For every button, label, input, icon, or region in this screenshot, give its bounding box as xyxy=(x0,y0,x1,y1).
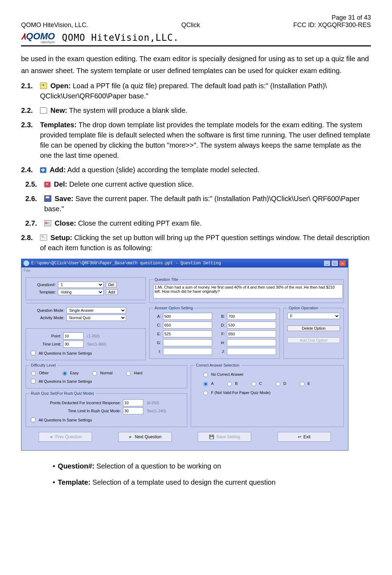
ans-input-E[interactable] xyxy=(163,330,212,337)
difficulty-radio-easy[interactable] xyxy=(63,371,67,376)
ans-input-G[interactable] xyxy=(163,339,212,346)
ans-label-F: F: xyxy=(214,332,225,336)
correct-answer-option-E[interactable]: E xyxy=(298,381,310,386)
ans-input-A[interactable] xyxy=(163,313,212,320)
rush-time-label: Time Limit In Rush Quiz Mode: xyxy=(30,409,121,413)
correct-answer-f-radio[interactable] xyxy=(203,391,208,395)
item-text: Clicking the set up button will bring up… xyxy=(40,234,370,252)
list-item-24: 2.4. Add: Add a question (slide) accordi… xyxy=(21,165,371,175)
ans-input-B[interactable] xyxy=(227,313,276,320)
rush-time-input[interactable] xyxy=(123,407,143,414)
correct-answer-radio-C[interactable] xyxy=(251,382,256,386)
new-icon xyxy=(40,107,47,114)
difficulty-option-normal[interactable]: Normal xyxy=(91,370,112,376)
difficulty-radio-normal[interactable] xyxy=(92,371,97,376)
ans-label-A: A: xyxy=(153,314,161,318)
sub-bullet-list: • Question#: Selection of a question to … xyxy=(53,460,371,488)
question-mode-select[interactable]: Single Answer xyxy=(66,307,126,314)
same-settings-label-3: All Questions In Same Settings xyxy=(39,418,92,422)
item-label: Templates: xyxy=(40,121,77,129)
del-question-button[interactable]: Del xyxy=(106,282,117,288)
ans-label-H: H: xyxy=(214,341,225,345)
ans-input-H[interactable] xyxy=(227,339,276,346)
option-operation-legend: Option Operation xyxy=(287,306,320,310)
rush-points-input[interactable] xyxy=(123,399,143,406)
del-icon xyxy=(44,182,51,187)
activity-mode-select[interactable]: Normal Quiz xyxy=(66,315,126,321)
brand-subtitle: QOMO HiteVision,LLC. xyxy=(62,32,179,43)
item-number: 2.2. xyxy=(21,105,40,116)
correct-answer-radio-D[interactable] xyxy=(276,382,280,386)
timelimit-hint: Sec(1-900) xyxy=(86,342,106,346)
item-label: Del: xyxy=(54,180,67,188)
save-setting-button: 💾Save Setting xyxy=(198,432,251,442)
ans-input-C[interactable] xyxy=(163,322,212,329)
add-question-button[interactable]: Add xyxy=(106,289,118,295)
item-text: Close the current editing PPT exam file. xyxy=(76,219,202,227)
ans-input-D[interactable] xyxy=(227,322,276,329)
close-icon xyxy=(44,220,51,226)
point-input[interactable] xyxy=(63,332,84,340)
ans-input-I[interactable] xyxy=(163,348,212,355)
window-minimize-button[interactable]: _ xyxy=(324,260,331,266)
app-icon xyxy=(24,260,29,266)
correct-answer-option-B[interactable]: B xyxy=(226,381,237,386)
question-title-textarea[interactable]: 1.Mr. Chan had a sum of money. He first … xyxy=(153,284,343,298)
item-text: Save the current paper. The default path… xyxy=(44,195,360,213)
item-text: Load a PPT file (a quiz file) prepared. … xyxy=(40,82,327,100)
ans-input-J[interactable] xyxy=(227,348,276,355)
difficulty-option-easy[interactable]: Easy xyxy=(61,370,79,376)
menu-file[interactable]: File xyxy=(21,267,348,274)
exit-button[interactable]: ↩Exit xyxy=(277,432,331,442)
same-settings-checkbox-3[interactable] xyxy=(31,418,35,422)
same-settings-label-2: All Questions In Same Settings xyxy=(39,379,92,383)
question-setting-window: E:\qomo\QClick\User\QRF300\Paper_Base\ma… xyxy=(21,259,348,451)
correct-answer-option-D[interactable]: D xyxy=(274,381,286,386)
question-title-legend: Question Title xyxy=(153,277,179,282)
rush-quiz-legend: Rush Quiz Set(For Rush Quiz Mode) xyxy=(30,391,96,395)
difficulty-option-hard[interactable]: Hard xyxy=(124,370,142,376)
hdr-left: QOMO HiteVision, LLC. xyxy=(21,21,88,29)
page-number: Page 31 of 43 xyxy=(21,14,371,21)
item-label: Open: xyxy=(51,82,71,90)
correct-answer-option-A[interactable]: A xyxy=(202,381,214,386)
item-label: Save: xyxy=(55,195,73,202)
point-label: Point: xyxy=(30,334,61,338)
rush-quiz-group: Rush Quiz Set(For Rush Quiz Mode) Points… xyxy=(26,391,187,427)
correct-answer-legend: Correct Answer Selection xyxy=(195,363,241,367)
delete-option-button[interactable]: Delete Option xyxy=(287,325,340,331)
option-operation-select[interactable]: F xyxy=(287,313,340,319)
no-correct-answer-radio[interactable] xyxy=(203,373,208,377)
correct-answer-radio-B[interactable] xyxy=(227,382,232,386)
window-titlebar: E:\qomo\QClick\User\QRF300\Paper_Base\ma… xyxy=(21,259,348,267)
window-title: E:\qomo\QClick\User\QRF300\Paper_Base\ma… xyxy=(31,261,221,266)
list-item-28: 2.8. Setup: Clicking the set up button w… xyxy=(21,233,371,253)
item-text: The system will produce a blank slide. xyxy=(67,106,187,114)
correct-answer-f-label: F (Not Valid For Paper Quiz Mode) xyxy=(211,390,270,395)
same-settings-checkbox-1[interactable] xyxy=(31,351,35,355)
same-settings-checkbox-2[interactable] xyxy=(31,379,35,383)
correct-answer-option-C[interactable]: C xyxy=(250,381,262,386)
next-question-button[interactable]: ►Next Question xyxy=(118,432,172,442)
difficulty-option-other[interactable]: Other xyxy=(30,370,49,376)
mode-group: Question Mode: Single Answer Activity Mo… xyxy=(26,303,146,325)
save-icon: 💾 xyxy=(209,434,214,439)
no-correct-answer-label: No Correct Answer xyxy=(211,372,243,376)
ans-label-I: I: xyxy=(153,349,161,354)
timelimit-input[interactable] xyxy=(63,341,84,348)
ans-input-F[interactable] xyxy=(227,330,276,337)
template-select[interactable]: Voting xyxy=(58,289,104,295)
difficulty-radio-hard[interactable] xyxy=(126,371,131,376)
window-close-button[interactable]: ✕ xyxy=(339,260,346,266)
window-maximize-button[interactable]: □ xyxy=(331,260,338,266)
correct-answer-radio-E[interactable] xyxy=(300,382,305,386)
same-settings-label-1: All Questions In Same Settings xyxy=(39,351,92,355)
rush-time-hint: Sec(1-240) xyxy=(145,409,166,413)
arrow-right-icon: ► xyxy=(129,434,133,439)
difficulty-radio-other[interactable] xyxy=(31,371,36,376)
bullet-question-num: • Question#: Selection of a question to … xyxy=(53,460,371,472)
activity-mode-label: Activity Mode: xyxy=(29,316,64,320)
correct-answer-radio-A[interactable] xyxy=(203,382,208,386)
question-number-select[interactable]: 1 xyxy=(58,282,104,288)
item-number: 2.7. xyxy=(25,218,44,228)
